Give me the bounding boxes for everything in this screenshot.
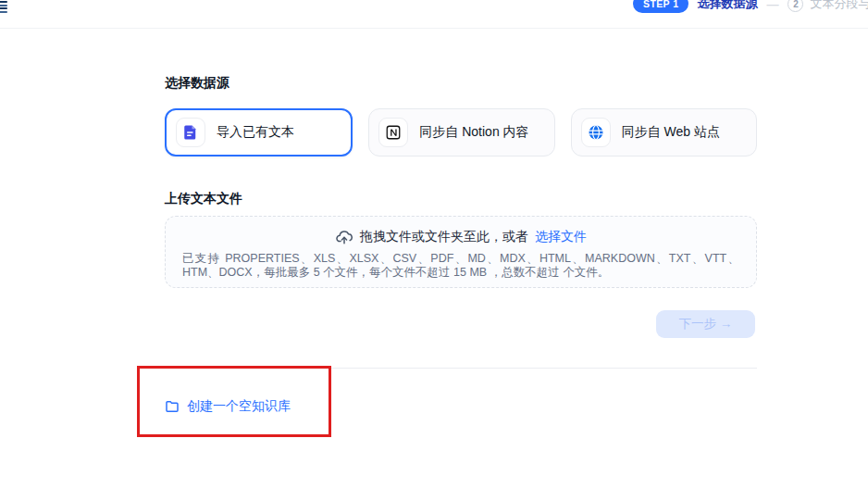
step-separator: —: [766, 0, 778, 11]
file-text-icon: [176, 118, 205, 147]
file-dropzone[interactable]: 拖拽文件或文件夹至此，或者 选择文件 已支持 PROPERTIES、XLS、XL…: [165, 216, 757, 288]
datasource-option-label: 同步自 Web 站点: [622, 124, 720, 141]
datasource-option-import-text[interactable]: 导入已有文本: [165, 108, 353, 157]
dropzone-instruction: 拖拽文件或文件夹至此，或者: [360, 229, 528, 245]
datasource-option-web[interactable]: 同步自 Web 站点: [571, 108, 757, 157]
datasource-option-label: 导入已有文本: [217, 124, 294, 141]
step1-label: 选择数据源: [697, 0, 757, 12]
step1-badge: STEP 1: [633, 0, 688, 13]
datasource-option-notion[interactable]: 同步自 Notion 内容: [368, 108, 554, 157]
hamburger-menu-icon[interactable]: [0, 1, 8, 14]
footer-divider: [165, 368, 757, 369]
step2-label: 文本分段与清洗: [810, 0, 868, 12]
notion-icon: [378, 118, 408, 147]
create-empty-kb-label: 创建一个空知识库: [187, 398, 291, 415]
datasource-option-label: 同步自 Notion 内容: [419, 124, 528, 141]
cloud-upload-icon: [335, 228, 353, 246]
next-step-button[interactable]: 下一步 →: [656, 310, 755, 338]
create-empty-kb-link[interactable]: 创建一个空知识库: [165, 398, 291, 415]
wizard-stepper: STEP 1 选择数据源 — 2 文本分段与清洗: [633, 0, 868, 14]
browse-files-link[interactable]: 选择文件: [535, 229, 587, 245]
top-header-bar: STEP 1 选择数据源 — 2 文本分段与清洗: [0, 0, 868, 29]
step2-number-circle: 2: [787, 0, 803, 12]
datasource-section-title: 选择数据源: [165, 75, 229, 92]
dropzone-instruction-row: 拖拽文件或文件夹至此，或者 选择文件: [182, 227, 739, 247]
dropzone-supported-formats-hint: 已支持 PROPERTIES、XLS、XLSX、CSV、PDF、MD、MDX、H…: [182, 252, 739, 280]
datasource-options: 导入已有文本 同步自 Notion 内容 同步自 Web 站点: [165, 108, 757, 157]
folder-icon: [165, 399, 180, 414]
globe-icon: [581, 118, 611, 147]
upload-section-title: 上传文本文件: [165, 191, 242, 207]
